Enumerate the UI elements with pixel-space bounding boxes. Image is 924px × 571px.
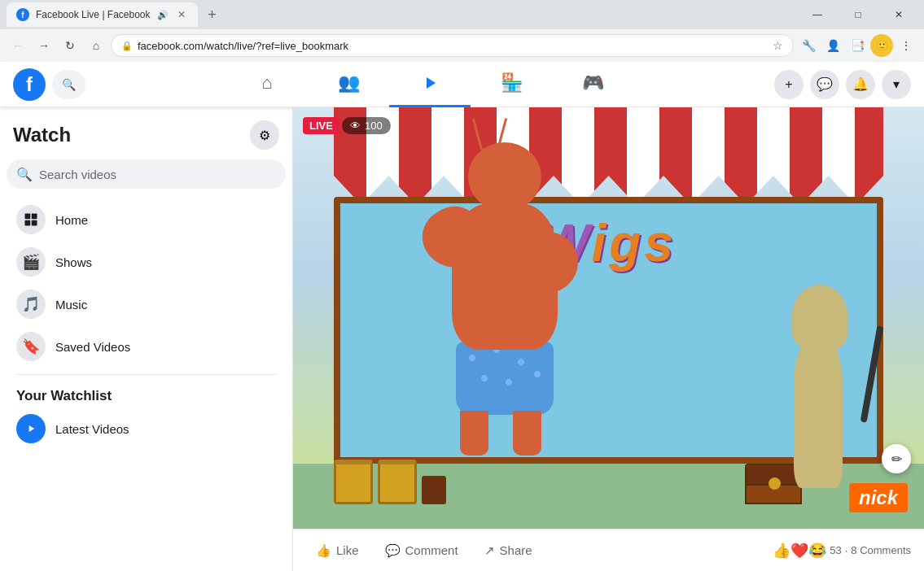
nav-home[interactable]: ⌂ — [226, 62, 308, 107]
home-icon — [16, 205, 46, 234]
latest-videos-label: Latest Videos — [55, 422, 129, 436]
nav-friends[interactable]: 👥 — [308, 62, 389, 107]
extensions-button[interactable]: 🔧 — [797, 34, 820, 57]
notifications-button[interactable]: 🔔 — [846, 70, 875, 99]
nav-watch[interactable] — [389, 62, 471, 107]
reload-button[interactable]: ↻ — [59, 34, 81, 57]
video-content-area: Wigs — [293, 107, 924, 571]
browser-window: f Facebook Live | Facebook 🔊 ✕ + — □ ✕ ←… — [0, 0, 924, 62]
love-reaction: ❤️ — [790, 542, 808, 560]
reactions-area: 👍 ❤️ 😂 53 · 8 Comments — [776, 542, 911, 560]
video-actions-bar: 👍 Like 💬 Comment ↗ Share 👍 ❤️ 😂 — [293, 529, 924, 571]
maximize-button[interactable]: □ — [839, 3, 877, 26]
browser-right-actions: 🔧 👤 📑 🙂 ⋮ — [797, 34, 917, 57]
browser-menu-button[interactable]: ⋮ — [895, 34, 917, 57]
cartoon-background: Wigs — [293, 107, 924, 529]
viewers-count: 100 — [365, 120, 383, 132]
header-search[interactable]: 🔍 — [52, 70, 85, 99]
music-icon: 🎵 — [16, 290, 46, 319]
nav-gaming[interactable]: 🎮 — [552, 62, 633, 107]
sidebar-search-icon: 🔍 — [16, 167, 33, 182]
like-label: Like — [336, 543, 359, 557]
nav-bar: ← → ↻ ⌂ 🔒 facebook.com/watch/live/?ref=l… — [0, 29, 924, 62]
video-player[interactable]: Wigs — [293, 107, 924, 529]
home-nav-button[interactable]: ⌂ — [85, 34, 107, 57]
facebook-app: f 🔍 ⌂ 👥 🏪 🎮 + 💬 🔔 ▾ Watch ⚙ — [0, 62, 924, 571]
sidebar-search-box[interactable]: 🔍 — [7, 159, 286, 189]
facebook-header: f 🔍 ⌂ 👥 🏪 🎮 + 💬 🔔 ▾ — [0, 62, 924, 107]
bookmark-icon[interactable]: ☆ — [773, 39, 783, 52]
sidebar-latest-videos[interactable]: Latest Videos — [7, 408, 286, 450]
sidebar-settings-button[interactable]: ⚙ — [250, 120, 279, 150]
facebook-nav: ⌂ 👥 🏪 🎮 — [85, 62, 774, 107]
user-avatar-button[interactable]: 🙂 — [870, 34, 893, 57]
store-awning — [334, 107, 883, 205]
sidebar-music-label: Music — [55, 298, 87, 312]
latest-videos-icon — [16, 414, 46, 443]
share-label: Share — [500, 543, 532, 557]
share-button[interactable]: ↗ Share — [475, 538, 542, 563]
facebook-logo[interactable]: f — [13, 68, 46, 101]
edit-button[interactable]: ✏ — [882, 444, 911, 473]
browser-tab[interactable]: f Facebook Live | Facebook 🔊 ✕ — [7, 2, 198, 27]
eye-icon: 👁 — [350, 120, 361, 132]
title-bar: f Facebook Live | Facebook 🔊 ✕ + — □ ✕ — [0, 0, 924, 29]
messenger-button[interactable]: 💬 — [810, 70, 839, 99]
address-bar[interactable]: 🔒 facebook.com/watch/live/?ref=live_book… — [111, 34, 794, 57]
awning-stripes — [334, 107, 883, 205]
sidebar-title: Watch — [13, 124, 71, 146]
watch-sidebar: Watch ⚙ 🔍 Home 🎬 Shows 🎵 M — [0, 107, 293, 571]
like-icon: 👍 — [316, 543, 331, 558]
watchlist-title: Your Watchlist — [7, 381, 286, 408]
shows-icon: 🎬 — [16, 247, 46, 277]
share-icon: ↗ — [484, 543, 495, 558]
svg-rect-0 — [25, 214, 31, 220]
create-button[interactable]: + — [774, 70, 804, 99]
reactions-count: 53 — [830, 544, 841, 556]
search-videos-input[interactable] — [39, 168, 276, 181]
comment-label: Comment — [405, 543, 458, 557]
saved-icon: 🔖 — [16, 332, 46, 361]
new-tab-button[interactable]: + — [201, 3, 224, 26]
sidebar-shows-label: Shows — [55, 255, 92, 269]
like-reaction: 👍 — [773, 542, 790, 560]
sidebar-item-saved[interactable]: 🔖 Saved Videos — [7, 325, 286, 368]
sidebar-saved-label: Saved Videos — [55, 340, 130, 354]
close-button[interactable]: ✕ — [880, 3, 917, 26]
svg-rect-3 — [32, 220, 37, 226]
nav-marketplace[interactable]: 🏪 — [471, 62, 552, 107]
edit-icon: ✏ — [891, 451, 902, 467]
sidebar-divider — [16, 374, 276, 375]
character-squidward — [777, 260, 859, 488]
lock-icon: 🔒 — [121, 41, 133, 51]
sidebar-item-home[interactable]: Home — [7, 198, 286, 241]
minimize-button[interactable]: — — [799, 3, 836, 26]
profiles-button[interactable]: 👤 — [821, 34, 844, 57]
forward-button[interactable]: → — [33, 34, 55, 57]
sidebar-item-shows[interactable]: 🎬 Shows — [7, 241, 286, 283]
header-search-icon: 🔍 — [62, 78, 76, 91]
header-right-actions: + 💬 🔔 ▾ — [774, 70, 911, 99]
tab-title: Facebook Live | Facebook — [36, 9, 151, 20]
tab-favicon: f — [16, 8, 29, 21]
dot-separator: · — [845, 544, 848, 556]
account-menu-button[interactable]: ▾ — [882, 70, 911, 99]
tab-groups-button[interactable]: 📑 — [846, 34, 869, 57]
back-button[interactable]: ← — [7, 34, 29, 57]
comment-icon: 💬 — [385, 543, 401, 558]
window-controls: — □ ✕ — [799, 3, 917, 26]
svg-rect-2 — [25, 220, 31, 226]
haha-reaction: 😂 — [808, 542, 826, 560]
comment-button[interactable]: 💬 Comment — [375, 538, 468, 563]
like-button[interactable]: 👍 Like — [306, 538, 369, 563]
url-text: facebook.com/watch/live/?ref=live_bookma… — [138, 40, 768, 52]
sidebar-item-music[interactable]: 🎵 Music — [7, 283, 286, 325]
svg-rect-1 — [32, 214, 37, 220]
video-container: Wigs — [293, 107, 924, 571]
sidebar-header: Watch ⚙ — [7, 120, 286, 159]
character-larry — [440, 179, 586, 488]
tab-audio-icon: 🔊 — [157, 10, 169, 20]
tab-close-button[interactable]: ✕ — [175, 8, 188, 21]
drums — [334, 460, 446, 504]
nick-logo: nick — [849, 483, 908, 512]
